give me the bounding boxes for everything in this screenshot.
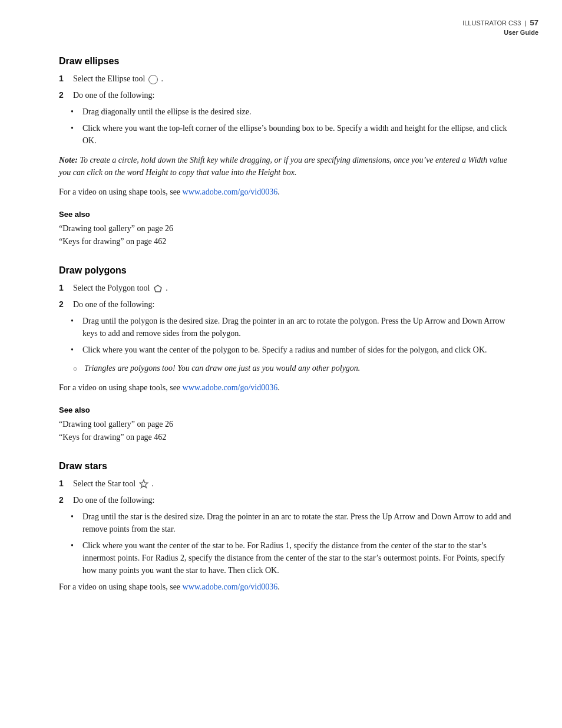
stars-step2-text: Do one of the following: <box>73 494 515 506</box>
bullet-dot: • <box>71 344 80 356</box>
ellipses-video-para: For a video on using shape tools, see ww… <box>59 186 515 198</box>
stars-bullet2-text: Click where you want the center of the s… <box>82 539 515 577</box>
ellipses-step1-suffix: . <box>161 74 163 83</box>
polygons-step2: 2 Do one of the following: <box>59 298 515 311</box>
ellipses-step2-num: 2 <box>59 89 71 101</box>
polygons-step1-suffix: . <box>166 284 168 292</box>
stars-bullet1: • Drag until the star is the desired siz… <box>59 510 515 535</box>
see-also-2-ref1: “Drawing tool gallery” on page 26 <box>59 418 515 431</box>
stars-step2-num: 2 <box>59 494 71 506</box>
header-divider <box>525 21 525 27</box>
ellipses-step2-text: Do one of the following: <box>73 89 515 101</box>
guide-label: User Guide <box>462 28 538 37</box>
ellipses-bullet2-text: Click where you want the top-left corner… <box>82 122 515 147</box>
draw-stars-heading: Draw stars <box>59 461 515 472</box>
svg-marker-1 <box>140 480 148 488</box>
stars-video-para: For a video on using shape tools, see ww… <box>59 581 515 593</box>
stars-step1-text: Select the Star tool <box>73 479 135 488</box>
polygons-step2-num: 2 <box>59 298 71 311</box>
stars-bullet1-text: Drag until the star is the desired size.… <box>82 510 515 535</box>
bullet-dot: • <box>71 315 80 327</box>
page: ILLUSTRATOR CS3 57 User Guide Draw ellip… <box>0 0 562 728</box>
see-also-2-heading: See also <box>59 406 515 414</box>
polygons-step1-num: 1 <box>59 282 71 294</box>
stars-video-link[interactable]: www.adobe.com/go/vid0036 <box>183 582 278 591</box>
stars-step1-content: Select the Star tool . <box>73 477 515 490</box>
ellipses-step1: 1 Select the Ellipse tool . <box>59 73 515 85</box>
see-also-1-ref1: “Drawing tool gallery” on page 26 <box>59 222 515 235</box>
svg-marker-0 <box>154 285 161 292</box>
see-also-1: See also “Drawing tool gallery” on page … <box>59 210 515 249</box>
tip-icon: ⚬ <box>71 363 80 375</box>
see-also-1-heading: See also <box>59 210 515 219</box>
ellipses-video-link[interactable]: www.adobe.com/go/vid0036 <box>183 187 278 196</box>
polygons-bullet1: • Drag until the polygon is the desired … <box>59 315 515 340</box>
ellipses-step1-text: Select the Ellipse tool <box>73 74 145 83</box>
ellipses-bullet2: • Click where you want the top-left corn… <box>59 122 515 147</box>
ellipses-step1-content: Select the Ellipse tool . <box>73 73 515 85</box>
polygons-step1: 1 Select the Polygon tool . <box>59 282 515 294</box>
polygons-bullet2-text: Click where you want the center of the p… <box>82 344 515 356</box>
polygons-bullet1-text: Drag until the polygon is the desired si… <box>82 315 515 340</box>
stars-step2: 2 Do one of the following: <box>59 494 515 506</box>
draw-ellipses-heading: Draw ellipses <box>59 56 515 67</box>
note-label: Note: <box>59 156 78 164</box>
stars-bullet2: • Click where you want the center of the… <box>59 539 515 577</box>
see-also-2-ref2: “Keys for drawing” on page 462 <box>59 431 515 444</box>
see-also-1-ref2: “Keys for drawing” on page 462 <box>59 235 515 248</box>
polygons-step1-content: Select the Polygon tool . <box>73 282 515 294</box>
ellipses-video-suffix: . <box>277 187 280 196</box>
see-also-2: See also “Drawing tool gallery” on page … <box>59 406 515 444</box>
ellipse-tool-icon <box>148 75 158 84</box>
ellipses-step1-num: 1 <box>59 73 71 85</box>
polygons-tip-text: Triangles are polygons too! You can draw… <box>84 362 360 374</box>
polygons-step2-text: Do one of the following: <box>73 298 515 311</box>
ellipses-step2: 2 Do one of the following: <box>59 89 515 101</box>
ellipses-video-text: For a video on using shape tools, see <box>59 187 183 196</box>
polygons-video-suffix: . <box>277 383 280 392</box>
polygons-video-link[interactable]: www.adobe.com/go/vid0036 <box>183 383 278 392</box>
polygons-bullet2: • Click where you want the center of the… <box>59 344 515 356</box>
polygons-step1-text: Select the Polygon tool <box>73 284 150 292</box>
bullet-dot: • <box>71 122 80 134</box>
bullet-dot: • <box>71 106 80 118</box>
polygons-video-text: For a video on using shape tools, see <box>59 383 183 392</box>
polygons-video-para: For a video on using shape tools, see ww… <box>59 381 515 394</box>
page-header: ILLUSTRATOR CS3 57 User Guide <box>462 18 538 38</box>
ellipses-note: Note: To create a circle, hold down the … <box>59 154 515 179</box>
note-text: To create a circle, hold down the Shift … <box>59 156 507 177</box>
product-name: ILLUSTRATOR CS3 57 <box>462 18 538 28</box>
polygons-tip: ⚬ Triangles are polygons too! You can dr… <box>59 362 515 375</box>
stars-step1-num: 1 <box>59 477 71 490</box>
ellipses-bullet1-text: Drag diagonally until the ellipse is the… <box>82 106 515 118</box>
polygon-tool-icon <box>153 284 163 294</box>
bullet-dot: • <box>71 510 80 523</box>
stars-video-text: For a video on using shape tools, see <box>59 582 183 591</box>
stars-step1: 1 Select the Star tool . <box>59 477 515 490</box>
draw-polygons-heading: Draw polygons <box>59 265 515 276</box>
ellipses-bullet1: • Drag diagonally until the ellipse is t… <box>59 106 515 118</box>
star-tool-icon <box>139 479 148 489</box>
stars-step1-suffix: . <box>151 479 154 488</box>
bullet-dot: • <box>71 539 80 552</box>
main-content: Draw ellipses 1 Select the Ellipse tool … <box>59 56 515 593</box>
stars-video-suffix: . <box>277 582 280 591</box>
